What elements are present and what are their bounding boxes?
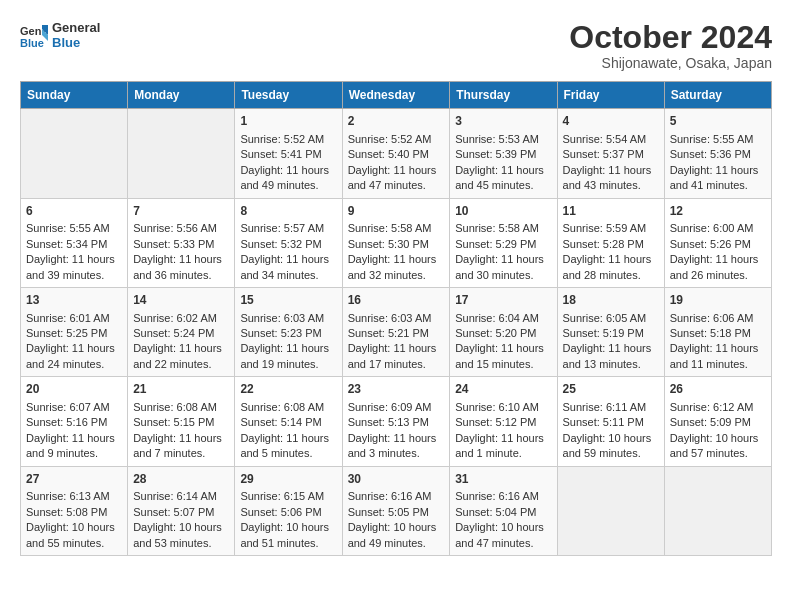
calendar-cell: 26Sunrise: 6:12 AMSunset: 5:09 PMDayligh…: [664, 377, 771, 466]
calendar-cell: 25Sunrise: 6:11 AMSunset: 5:11 PMDayligh…: [557, 377, 664, 466]
daylight-text: Daylight: 11 hours and 39 minutes.: [26, 252, 122, 283]
weekday-header: Friday: [557, 82, 664, 109]
sunset-text: Sunset: 5:24 PM: [133, 326, 229, 341]
sunrise-text: Sunrise: 6:08 AM: [133, 400, 229, 415]
day-number: 6: [26, 203, 122, 220]
sunset-text: Sunset: 5:40 PM: [348, 147, 445, 162]
day-number: 15: [240, 292, 336, 309]
calendar-cell: [128, 109, 235, 198]
sunset-text: Sunset: 5:23 PM: [240, 326, 336, 341]
sunset-text: Sunset: 5:36 PM: [670, 147, 766, 162]
day-number: 9: [348, 203, 445, 220]
sunrise-text: Sunrise: 6:06 AM: [670, 311, 766, 326]
calendar-cell: 17Sunrise: 6:04 AMSunset: 5:20 PMDayligh…: [450, 287, 557, 376]
daylight-text: Daylight: 11 hours and 28 minutes.: [563, 252, 659, 283]
sunrise-text: Sunrise: 5:58 AM: [348, 221, 445, 236]
daylight-text: Daylight: 11 hours and 19 minutes.: [240, 341, 336, 372]
sunset-text: Sunset: 5:29 PM: [455, 237, 551, 252]
logo-line2: Blue: [52, 35, 100, 50]
sunrise-text: Sunrise: 6:07 AM: [26, 400, 122, 415]
daylight-text: Daylight: 11 hours and 5 minutes.: [240, 431, 336, 462]
daylight-text: Daylight: 11 hours and 7 minutes.: [133, 431, 229, 462]
daylight-text: Daylight: 11 hours and 32 minutes.: [348, 252, 445, 283]
calendar-cell: 4Sunrise: 5:54 AMSunset: 5:37 PMDaylight…: [557, 109, 664, 198]
sunrise-text: Sunrise: 5:56 AM: [133, 221, 229, 236]
calendar-cell: 28Sunrise: 6:14 AMSunset: 5:07 PMDayligh…: [128, 466, 235, 555]
day-number: 14: [133, 292, 229, 309]
day-number: 1: [240, 113, 336, 130]
calendar-cell: 23Sunrise: 6:09 AMSunset: 5:13 PMDayligh…: [342, 377, 450, 466]
calendar-cell: 18Sunrise: 6:05 AMSunset: 5:19 PMDayligh…: [557, 287, 664, 376]
day-number: 31: [455, 471, 551, 488]
sunrise-text: Sunrise: 5:58 AM: [455, 221, 551, 236]
sunrise-text: Sunrise: 6:11 AM: [563, 400, 659, 415]
day-number: 3: [455, 113, 551, 130]
sunset-text: Sunset: 5:37 PM: [563, 147, 659, 162]
sunrise-text: Sunrise: 6:12 AM: [670, 400, 766, 415]
sunrise-text: Sunrise: 6:05 AM: [563, 311, 659, 326]
weekday-header: Saturday: [664, 82, 771, 109]
sunrise-text: Sunrise: 6:01 AM: [26, 311, 122, 326]
day-number: 26: [670, 381, 766, 398]
calendar-cell: 3Sunrise: 5:53 AMSunset: 5:39 PMDaylight…: [450, 109, 557, 198]
daylight-text: Daylight: 11 hours and 22 minutes.: [133, 341, 229, 372]
calendar-cell: 5Sunrise: 5:55 AMSunset: 5:36 PMDaylight…: [664, 109, 771, 198]
daylight-text: Daylight: 10 hours and 49 minutes.: [348, 520, 445, 551]
weekday-header: Monday: [128, 82, 235, 109]
calendar-cell: 30Sunrise: 6:16 AMSunset: 5:05 PMDayligh…: [342, 466, 450, 555]
day-number: 13: [26, 292, 122, 309]
sunset-text: Sunset: 5:19 PM: [563, 326, 659, 341]
daylight-text: Daylight: 11 hours and 36 minutes.: [133, 252, 229, 283]
sunset-text: Sunset: 5:08 PM: [26, 505, 122, 520]
sunset-text: Sunset: 5:16 PM: [26, 415, 122, 430]
day-number: 8: [240, 203, 336, 220]
sunrise-text: Sunrise: 5:55 AM: [670, 132, 766, 147]
sunrise-text: Sunrise: 5:55 AM: [26, 221, 122, 236]
sunrise-text: Sunrise: 6:10 AM: [455, 400, 551, 415]
sunset-text: Sunset: 5:34 PM: [26, 237, 122, 252]
daylight-text: Daylight: 11 hours and 34 minutes.: [240, 252, 336, 283]
daylight-text: Daylight: 10 hours and 51 minutes.: [240, 520, 336, 551]
sunset-text: Sunset: 5:04 PM: [455, 505, 551, 520]
calendar-cell: [664, 466, 771, 555]
day-number: 25: [563, 381, 659, 398]
daylight-text: Daylight: 10 hours and 55 minutes.: [26, 520, 122, 551]
sunrise-text: Sunrise: 5:54 AM: [563, 132, 659, 147]
svg-text:Blue: Blue: [20, 37, 44, 49]
calendar-cell: 7Sunrise: 5:56 AMSunset: 5:33 PMDaylight…: [128, 198, 235, 287]
location-subtitle: Shijonawate, Osaka, Japan: [569, 55, 772, 71]
day-number: 24: [455, 381, 551, 398]
sunset-text: Sunset: 5:33 PM: [133, 237, 229, 252]
sunrise-text: Sunrise: 6:13 AM: [26, 489, 122, 504]
calendar-week-row: 27Sunrise: 6:13 AMSunset: 5:08 PMDayligh…: [21, 466, 772, 555]
sunrise-text: Sunrise: 5:53 AM: [455, 132, 551, 147]
daylight-text: Daylight: 10 hours and 47 minutes.: [455, 520, 551, 551]
sunset-text: Sunset: 5:15 PM: [133, 415, 229, 430]
sunrise-text: Sunrise: 5:59 AM: [563, 221, 659, 236]
sunset-text: Sunset: 5:25 PM: [26, 326, 122, 341]
daylight-text: Daylight: 11 hours and 24 minutes.: [26, 341, 122, 372]
daylight-text: Daylight: 11 hours and 1 minute.: [455, 431, 551, 462]
sunrise-text: Sunrise: 5:52 AM: [240, 132, 336, 147]
calendar-cell: 21Sunrise: 6:08 AMSunset: 5:15 PMDayligh…: [128, 377, 235, 466]
day-number: 29: [240, 471, 336, 488]
sunrise-text: Sunrise: 6:08 AM: [240, 400, 336, 415]
day-number: 2: [348, 113, 445, 130]
month-title: October 2024: [569, 20, 772, 55]
calendar-cell: 12Sunrise: 6:00 AMSunset: 5:26 PMDayligh…: [664, 198, 771, 287]
day-number: 23: [348, 381, 445, 398]
daylight-text: Daylight: 11 hours and 43 minutes.: [563, 163, 659, 194]
calendar-week-row: 6Sunrise: 5:55 AMSunset: 5:34 PMDaylight…: [21, 198, 772, 287]
sunrise-text: Sunrise: 6:15 AM: [240, 489, 336, 504]
logo-icon: General Blue: [20, 21, 48, 49]
day-number: 5: [670, 113, 766, 130]
calendar-cell: 27Sunrise: 6:13 AMSunset: 5:08 PMDayligh…: [21, 466, 128, 555]
sunrise-text: Sunrise: 6:00 AM: [670, 221, 766, 236]
calendar-cell: 31Sunrise: 6:16 AMSunset: 5:04 PMDayligh…: [450, 466, 557, 555]
calendar-cell: [21, 109, 128, 198]
day-number: 19: [670, 292, 766, 309]
sunrise-text: Sunrise: 6:03 AM: [240, 311, 336, 326]
sunrise-text: Sunrise: 5:52 AM: [348, 132, 445, 147]
calendar-cell: [557, 466, 664, 555]
sunset-text: Sunset: 5:28 PM: [563, 237, 659, 252]
